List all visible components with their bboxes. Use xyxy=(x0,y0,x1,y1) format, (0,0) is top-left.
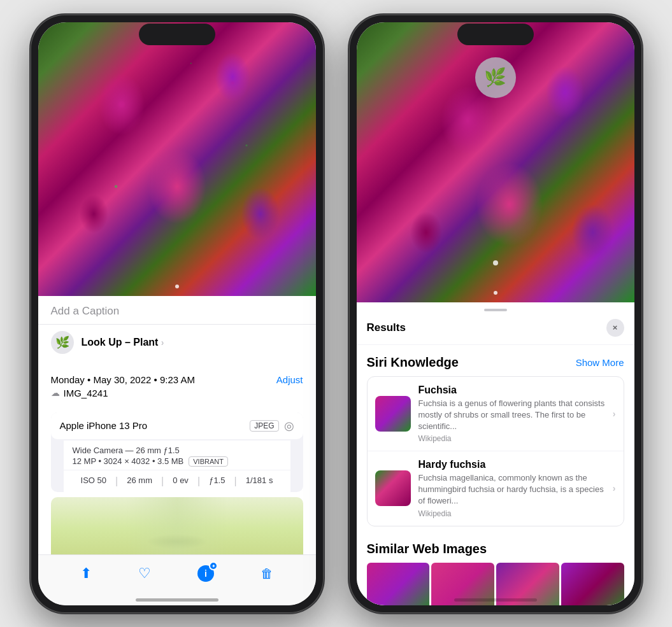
cloud-icon: ☁ xyxy=(51,388,60,398)
exif-shutter: 1/181 s xyxy=(246,476,273,487)
siri-leaf-icon: 🌿 xyxy=(484,67,506,88)
left-phone: Add a Caption 🌿 Look Up – Plant › Monday… xyxy=(31,15,324,613)
camera-details: Wide Camera — 26 mm ƒ1.5 12 MP • 3024 × … xyxy=(64,440,290,470)
lookup-label: Look Up – xyxy=(82,337,131,348)
similar-images-title: Similar Web Images xyxy=(367,542,624,556)
heart-icon xyxy=(138,565,151,582)
hardy-fuchsia-thumbnail xyxy=(375,470,411,506)
fuchsia-source: Wikipedia xyxy=(418,434,605,443)
results-sheet: Results × Siri Knowledge Show More xyxy=(357,302,634,605)
lookup-icon: 🌿 xyxy=(51,331,74,354)
location-icon: ◎ xyxy=(284,419,294,433)
similar-images-section: Similar Web Images xyxy=(357,532,634,605)
delete-button[interactable] xyxy=(261,565,273,582)
exif-focal: 26 mm xyxy=(127,476,152,487)
info-button[interactable]: i ✦ xyxy=(197,565,214,582)
leaf-icon: 🌿 xyxy=(55,335,69,349)
dynamic-island-left xyxy=(139,24,215,45)
lookup-chevron-icon: › xyxy=(161,337,164,348)
knowledge-item-hardy-fuchsia[interactable]: Hardy fuchsia Fuchsia magellanica, commo… xyxy=(368,451,624,526)
fuchsia-content: Fuchsia Fuchsia is a genus of flowering … xyxy=(418,384,605,444)
home-bar-right xyxy=(454,598,537,602)
similar-image-4[interactable] xyxy=(561,563,624,605)
adjust-button[interactable]: Adjust xyxy=(276,374,303,385)
camera-spec1: Wide Camera — 26 mm ƒ1.5 xyxy=(73,446,282,455)
favorite-button[interactable] xyxy=(138,565,151,582)
camera-spec2: 12 MP • 3024 × 4032 • 3.5 MB xyxy=(73,456,184,466)
fuchsia-name: Fuchsia xyxy=(418,384,605,396)
lookup-text: Look Up – Plant › xyxy=(82,337,164,348)
device-badges: JPEG ◎ xyxy=(250,419,294,433)
lookup-subject: Plant xyxy=(131,337,159,348)
jpeg-badge: JPEG xyxy=(250,420,278,432)
hardy-fuchsia-name: Hardy fuchsia xyxy=(418,459,605,470)
hardy-fuchsia-content: Hardy fuchsia Fuchsia magellanica, commo… xyxy=(418,459,605,518)
specs-row: 12 MP • 3024 × 4032 • 3.5 MB VIBRANT xyxy=(73,456,282,467)
right-phone: 🌿 Results × Siri Knowledge Show More xyxy=(349,15,642,613)
results-title: Results xyxy=(367,321,406,334)
lookup-bar[interactable]: 🌿 Look Up – Plant › xyxy=(38,324,316,360)
fuchsia-thumbnail xyxy=(375,396,411,432)
filename-text: IMG_4241 xyxy=(64,388,108,398)
siri-dot xyxy=(493,260,498,265)
share-icon xyxy=(80,565,92,582)
date-text: Monday • May 30, 2022 • 9:23 AM xyxy=(51,374,195,385)
sheet-handle[interactable] xyxy=(484,309,507,311)
metadata-section: Monday • May 30, 2022 • 9:23 AM Adjust ☁… xyxy=(38,365,316,407)
knowledge-card: Fuchsia Fuchsia is a genus of flowering … xyxy=(367,376,624,526)
fuchsia-desc: Fuchsia is a genus of flowering plants t… xyxy=(418,398,605,433)
hardy-fuchsia-source: Wikipedia xyxy=(418,509,605,518)
results-header: Results × xyxy=(357,316,634,345)
device-section: Apple iPhone 13 Pro JPEG ◎ Wide Camera —… xyxy=(51,412,303,492)
page-dot-right xyxy=(494,291,497,295)
chevron-right-icon-2: › xyxy=(613,483,616,493)
chevron-right-icon: › xyxy=(613,409,616,419)
show-more-button[interactable]: Show More xyxy=(576,357,624,368)
device-name: Apple iPhone 13 Pro xyxy=(60,420,148,431)
page-dot-left xyxy=(175,285,179,288)
caption-input[interactable]: Add a Caption xyxy=(51,305,303,318)
hardy-fuchsia-desc: Fuchsia magellanica, commonly known as t… xyxy=(418,472,605,507)
bottom-toolbar: i ✦ xyxy=(38,554,316,605)
share-button[interactable] xyxy=(80,565,92,582)
siri-knowledge-section: Siri Knowledge Show More Fuchsia Fuchsia… xyxy=(357,345,634,532)
close-button[interactable]: × xyxy=(606,319,624,337)
flower-photo-left[interactable] xyxy=(38,22,316,296)
exif-iso: ISO 50 xyxy=(81,476,106,487)
vibrant-badge: VIBRANT xyxy=(189,456,228,467)
device-row: Apple iPhone 13 Pro JPEG ◎ xyxy=(51,412,303,439)
dynamic-island-right xyxy=(457,24,534,45)
exif-ev: 0 ev xyxy=(173,476,189,487)
section-header: Siri Knowledge Show More xyxy=(367,355,624,370)
siri-lookup-button[interactable]: 🌿 xyxy=(475,57,516,98)
home-bar-left xyxy=(136,598,218,602)
knowledge-item-fuchsia[interactable]: Fuchsia Fuchsia is a genus of flowering … xyxy=(368,377,624,451)
caption-area: Add a Caption xyxy=(38,296,316,324)
exif-aperture: ƒ1.5 xyxy=(209,476,225,487)
exif-row: ISO 50 | 26 mm | 0 ev | ƒ1.5 | 1/181 s xyxy=(64,470,290,492)
similar-image-1[interactable] xyxy=(367,563,430,605)
sparkle-badge: ✦ xyxy=(209,561,218,570)
flower-photo-right[interactable]: 🌿 xyxy=(357,22,634,302)
siri-knowledge-title: Siri Knowledge xyxy=(367,355,459,370)
map-preview[interactable] xyxy=(51,497,303,561)
trash-icon xyxy=(261,565,273,582)
